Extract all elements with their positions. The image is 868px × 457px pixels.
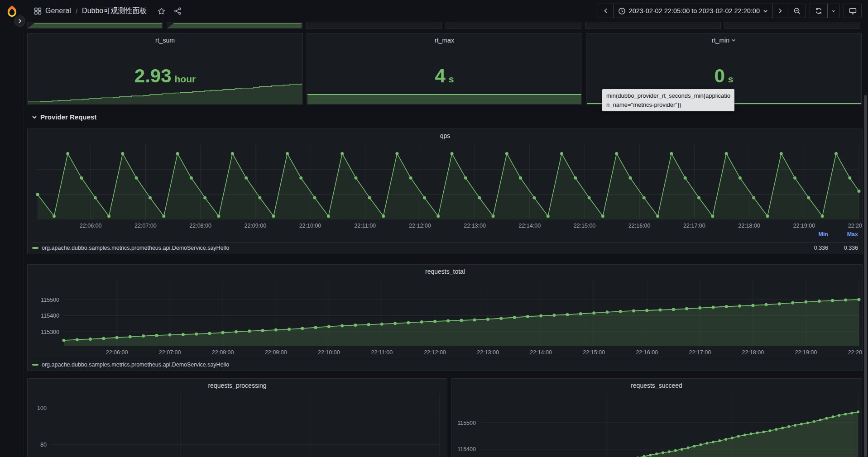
stat-panel-rt-max: rt_max 4s [307, 33, 582, 105]
nav-toolbar: 2023-02-02 22:05:00 to 2023-02-02 22:20:… [598, 4, 868, 18]
svg-text:22:10:00: 22:10:00 [318, 349, 340, 356]
svg-text:22:18:00: 22:18:00 [742, 349, 764, 356]
time-shift-back-button[interactable] [598, 4, 614, 18]
panel-menu-caret-icon [731, 37, 736, 44]
zoom-out-time-button[interactable] [788, 4, 806, 18]
refresh-button[interactable] [810, 4, 828, 18]
chart-panel-requests-succeed: requests_succeed 115400115500 [451, 378, 862, 457]
requests-total-chart[interactable]: 11530011540011550022:06:0022:07:0022:08:… [28, 265, 863, 357]
legend-divider [31, 359, 859, 359]
time-range-picker[interactable]: 2023-02-02 22:05:00 to 2023-02-02 22:20:… [614, 4, 772, 18]
svg-text:100: 100 [37, 405, 47, 411]
series-name[interactable]: org.apache.dubbo.samples.metrics.prometh… [42, 245, 229, 251]
legend-max-value: 0.336 [828, 245, 858, 251]
sidebar [0, 22, 24, 457]
svg-text:22:19:00: 22:19:00 [793, 223, 815, 229]
svg-text:22:14:00: 22:14:00 [518, 223, 541, 229]
svg-text:22:19:00: 22:19:00 [795, 349, 817, 356]
svg-text:22:13:00: 22:13:00 [477, 349, 499, 356]
series-name[interactable]: org.apache.dubbo.samples.metrics.prometh… [42, 362, 229, 368]
svg-text:22:20:00: 22:20:00 [848, 223, 863, 229]
svg-text:22:15:00: 22:15:00 [574, 223, 596, 229]
svg-text:22:10:00: 22:10:00 [299, 223, 321, 229]
chart-panel-requests-total: requests_total 11530011540011550022:06:0… [27, 264, 863, 371]
qps-chart[interactable]: 22:06:0022:07:0022:08:0022:09:0022:10:00… [28, 129, 863, 230]
legend-divider [31, 242, 859, 243]
query-tooltip: min(dubbo_provider_rt_seconds_min{applic… [602, 89, 734, 111]
chevron-down-icon [763, 9, 768, 14]
rt-sum-sparkline [28, 81, 302, 104]
legend-min-value: 0.336 [798, 245, 828, 251]
sparkline-area [28, 23, 162, 28]
legend-max-header[interactable]: Max [828, 231, 858, 238]
sparkline-area [168, 23, 302, 28]
svg-text:22:15:00: 22:15:00 [583, 349, 605, 356]
breadcrumb: General / Dubbo可观测性面板 [34, 5, 184, 17]
series-color-dash [32, 247, 38, 249]
legend-min-header[interactable]: Min [798, 231, 828, 238]
chart-panel-requests-processing: requests_processing 6080100 [27, 378, 447, 457]
svg-text:22:06:00: 22:06:00 [106, 349, 128, 356]
panel-partial-6 [724, 22, 860, 29]
svg-text:22:17:00: 22:17:00 [689, 349, 711, 356]
svg-text:22:20:00: 22:20:00 [848, 349, 863, 356]
legend-row: org.apache.dubbo.samples.metrics.prometh… [32, 362, 858, 368]
scrollbar-thumb[interactable] [864, 95, 867, 457]
svg-text:22:11:00: 22:11:00 [371, 349, 393, 356]
top-nav: General / Dubbo可观测性面板 [0, 0, 868, 22]
clock-icon [618, 7, 626, 15]
svg-text:22:08:00: 22:08:00 [212, 349, 234, 356]
svg-text:22:09:00: 22:09:00 [244, 223, 266, 229]
section-header-provider-request[interactable]: Provider Request [32, 113, 96, 121]
svg-text:115400: 115400 [41, 313, 59, 319]
legend-row: org.apache.dubbo.samples.metrics.prometh… [32, 245, 858, 251]
stat-panel-rt-sum: rt_sum 2.93hour [27, 33, 303, 105]
svg-text:22:12:00: 22:12:00 [424, 349, 446, 356]
svg-text:22:07:00: 22:07:00 [159, 349, 181, 356]
time-shift-forward-button[interactable] [772, 4, 788, 18]
requests-succeed-chart[interactable]: 115400115500 [451, 379, 862, 457]
svg-text:22:13:00: 22:13:00 [464, 223, 486, 229]
chart-panel-qps: qps 22:06:0022:07:0022:08:0022:09:0022:1… [27, 129, 863, 254]
svg-text:22:16:00: 22:16:00 [628, 223, 651, 229]
svg-text:115500: 115500 [41, 297, 59, 303]
kiosk-mode-button[interactable] [844, 4, 862, 18]
grafana-app: General / Dubbo可观测性面板 [0, 0, 868, 457]
panel-partial-3 [306, 22, 442, 29]
svg-text:115300: 115300 [41, 329, 59, 335]
panel-header-rt-max[interactable]: rt_max [307, 37, 582, 44]
panel-partial-1 [27, 22, 163, 29]
svg-text:115400: 115400 [457, 446, 476, 452]
panel-partial-2 [167, 22, 302, 29]
panel-header-rt-min[interactable]: rt_min [586, 37, 861, 44]
svg-text:22:08:00: 22:08:00 [189, 223, 211, 229]
svg-text:22:18:00: 22:18:00 [738, 223, 760, 229]
svg-text:22:09:00: 22:09:00 [265, 349, 287, 356]
time-range-label: 2023-02-02 22:05:00 to 2023-02-02 22:20:… [629, 7, 760, 14]
panel-header-rt-sum[interactable]: rt_sum [28, 37, 302, 44]
rt-max-sparkline [307, 94, 581, 104]
apps-grid-icon[interactable] [34, 7, 42, 15]
refresh-interval-dropdown[interactable] [827, 4, 840, 18]
panel-partial-4 [446, 22, 581, 29]
svg-text:22:17:00: 22:17:00 [683, 223, 705, 229]
series-color-dash [32, 364, 38, 366]
requests-processing-chart[interactable]: 6080100 [28, 379, 447, 457]
svg-text:115500: 115500 [457, 420, 476, 426]
legend-values: 0.336 0.336 [798, 245, 858, 251]
grafana-logo[interactable] [6, 5, 18, 17]
breadcrumb-title[interactable]: Dubbo可观测性面板 [82, 6, 147, 16]
svg-text:22:06:00: 22:06:00 [80, 223, 102, 229]
svg-text:80: 80 [40, 442, 47, 448]
svg-text:22:11:00: 22:11:00 [354, 223, 376, 229]
svg-text:22:14:00: 22:14:00 [530, 349, 552, 356]
stat-value-rt-min: 0s [586, 66, 861, 90]
breadcrumb-section[interactable]: General [45, 7, 71, 15]
svg-text:22:07:00: 22:07:00 [134, 223, 157, 229]
sidebar-expand-button[interactable] [14, 15, 25, 27]
panel-partial-5 [585, 22, 721, 29]
chevron-down-icon [32, 114, 37, 120]
star-dashboard-button[interactable] [155, 5, 168, 17]
share-dashboard-button[interactable] [171, 5, 184, 17]
section-title: Provider Request [40, 113, 96, 121]
